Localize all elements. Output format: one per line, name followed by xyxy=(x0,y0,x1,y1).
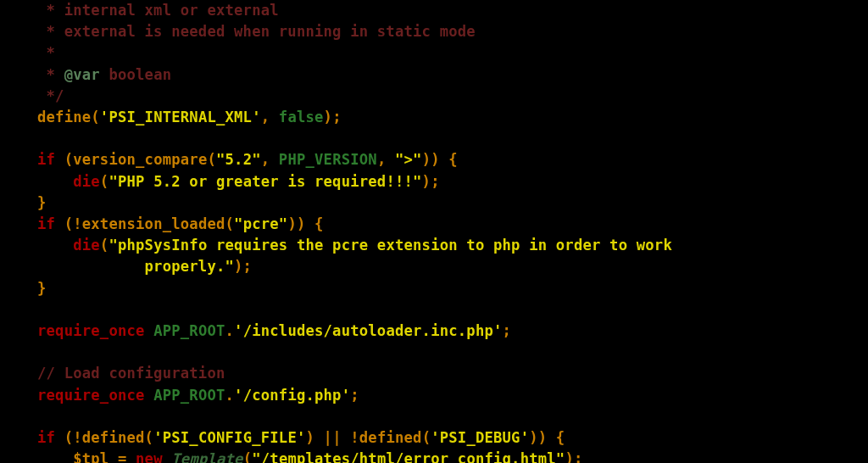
paren: ); xyxy=(422,173,440,190)
string: "5.2" xyxy=(216,151,261,168)
string: 'PSI_DEBUG' xyxy=(431,429,529,446)
semicolon: ; xyxy=(350,387,359,404)
doc-comment-end: */ xyxy=(37,87,64,104)
const-php-version: PHP_VERSION xyxy=(279,151,377,168)
space xyxy=(145,322,154,339)
kw-die: die xyxy=(73,237,100,254)
fn-define: define xyxy=(37,109,91,126)
paren: ( xyxy=(422,429,431,446)
fn-version-compare: version_compare xyxy=(73,151,207,168)
string: "pcre" xyxy=(234,215,287,232)
dot: . xyxy=(225,387,235,404)
brace: } xyxy=(37,280,47,297)
string: 'PSI_INTERNAL_XML' xyxy=(100,109,261,126)
brace: )) { xyxy=(529,429,565,446)
string: "PHP 5.2 or greater is required!!!" xyxy=(108,173,421,190)
const-false: false xyxy=(279,109,324,126)
semicolon: ; xyxy=(503,322,512,339)
kw-die: die xyxy=(73,173,100,190)
doc-comment-line: * xyxy=(37,44,55,61)
brace: )) { xyxy=(422,151,458,168)
paren: ); xyxy=(324,109,342,126)
comma: , xyxy=(377,151,395,168)
doc-comment-line: * xyxy=(37,66,64,83)
paren: ) || ! xyxy=(305,429,359,446)
comma: , xyxy=(261,151,279,168)
string: "/templates/html/error_config.html" xyxy=(252,450,565,463)
doc-comment-line: * internal xml or external xyxy=(37,2,279,19)
paren: ); xyxy=(234,258,252,275)
kw-if: if xyxy=(37,151,55,168)
doc-comment-line: * external is needed when running in sta… xyxy=(37,23,476,40)
string: "phpSysInfo requires the pcre extension … xyxy=(37,237,672,275)
paren: ( xyxy=(100,173,109,190)
assign: = xyxy=(108,450,136,463)
paren: ( xyxy=(243,450,253,463)
doc-tag: @var xyxy=(64,66,100,83)
const-app-root: APP_ROOT xyxy=(153,387,225,404)
const-app-root: APP_ROOT xyxy=(153,322,225,339)
brace: } xyxy=(37,194,47,211)
line-comment: // Load configuration xyxy=(37,365,225,382)
kw-require-once: require_once xyxy=(37,322,145,339)
string: 'PSI_CONFIG_FILE' xyxy=(153,429,305,446)
paren: ); xyxy=(565,450,582,463)
space xyxy=(145,387,154,404)
doc-comment-line: boolean xyxy=(100,66,171,83)
fn-extension-loaded: extension_loaded xyxy=(82,215,225,232)
comma: , xyxy=(261,109,279,126)
paren: (! xyxy=(55,215,82,232)
paren: ( xyxy=(100,237,109,254)
paren: ( xyxy=(91,109,100,126)
paren: ( xyxy=(145,429,154,446)
kw-new: new xyxy=(136,450,163,463)
paren: ( xyxy=(55,151,73,168)
string: ">" xyxy=(395,151,422,168)
fn-defined: defined xyxy=(82,429,145,446)
brace: )) { xyxy=(287,215,323,232)
code-viewer: * internal xml or external * external is… xyxy=(0,0,868,463)
kw-if: if xyxy=(37,215,55,232)
string: '/includes/autoloader.inc.php' xyxy=(234,322,502,339)
dot: . xyxy=(225,322,235,339)
kw-if: if xyxy=(37,429,55,446)
paren: (! xyxy=(55,429,82,446)
space xyxy=(163,450,172,463)
kw-require-once: require_once xyxy=(37,387,145,404)
var-tpl: $tpl xyxy=(73,450,108,463)
paren: ( xyxy=(225,215,235,232)
string: '/config.php' xyxy=(234,387,350,404)
fn-defined: defined xyxy=(359,429,422,446)
class-template: Template xyxy=(171,450,242,463)
paren: ( xyxy=(207,151,216,168)
